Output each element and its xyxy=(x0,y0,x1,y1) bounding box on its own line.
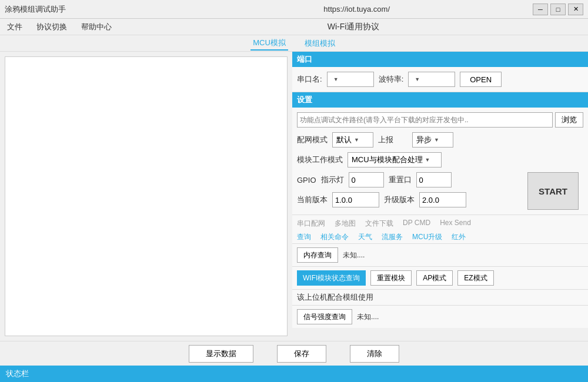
settings-section-header: 设置 xyxy=(292,92,588,108)
port-section-header: 端口 xyxy=(292,52,588,67)
baud-label: 波特率: xyxy=(379,74,404,85)
open-button[interactable]: OPEN xyxy=(460,72,502,87)
url-label: https://iot.tuya.com/ xyxy=(181,5,533,14)
tab-mcu[interactable]: MCU模拟 xyxy=(250,36,288,51)
report-select[interactable]: 异步 ▼ xyxy=(412,132,453,148)
ap-mode-button[interactable]: AP模式 xyxy=(416,270,453,286)
network-dropdown-icon: ▼ xyxy=(354,137,359,143)
bottom-bar: 显示数据 保存 清除 xyxy=(0,341,588,366)
left-panel xyxy=(0,52,292,341)
memory-query-button[interactable]: 内存查询 xyxy=(297,247,338,263)
wifi-row: WIFI模块状态查询 重置模块 AP模式 EZ模式 xyxy=(292,267,588,290)
reset-module-button[interactable]: 重置模块 xyxy=(370,270,412,286)
menu-title: Wi-Fi通用协议 xyxy=(123,22,583,32)
upgrade-ver-label: 升级版本 xyxy=(384,195,415,205)
settings-section: 浏览 配网模式 默认 ▼ 上报 异步 ▼ 模块工作模式 MCU与模块配合处 xyxy=(292,108,588,215)
main-area: 端口 串口名: ▼ 波特率: ▼ OPEN 设置 浏览 xyxy=(0,52,588,341)
gpio-version-left: GPIO 指示灯 重置口 当前版本 升级版本 xyxy=(297,172,520,210)
file-path-input[interactable] xyxy=(297,112,553,128)
cmd-tab-serial[interactable]: 串口配网 xyxy=(297,217,325,230)
right-panel: 端口 串口名: ▼ 波特率: ▼ OPEN 设置 浏览 xyxy=(292,52,588,341)
port-section: 串口名: ▼ 波特率: ▼ OPEN xyxy=(292,67,588,92)
work-mode-label: 模块工作模式 xyxy=(297,155,343,165)
menu-file[interactable]: 文件 xyxy=(5,21,25,33)
gpio-label: GPIO xyxy=(297,176,316,185)
report-value: 异步 xyxy=(416,135,432,145)
menu-help[interactable]: 帮助中心 xyxy=(79,21,114,33)
cmd-tab2-stream[interactable]: 流服务 xyxy=(382,231,403,243)
gpio-start-wrapper: GPIO 指示灯 重置口 当前版本 升级版本 START xyxy=(297,172,583,210)
show-data-button[interactable]: 显示数据 xyxy=(189,345,253,363)
signal-row: 信号强度查询 未知.... xyxy=(292,306,588,328)
maximize-button[interactable]: □ xyxy=(550,4,566,15)
network-mode-value: 默认 xyxy=(336,135,352,145)
file-row: 浏览 xyxy=(297,112,583,128)
cmd-tab-download[interactable]: 文件下载 xyxy=(365,217,393,230)
report-label: 上报 xyxy=(378,135,407,145)
indicator-label: 指示灯 xyxy=(321,175,344,185)
minimize-button[interactable]: ─ xyxy=(533,4,548,15)
tab-module[interactable]: 模组模拟 xyxy=(302,37,338,50)
log-area xyxy=(5,56,288,336)
work-mode-dropdown-icon: ▼ xyxy=(425,157,430,163)
wifi-status-button[interactable]: WIFI模块状态查询 xyxy=(297,270,366,286)
cmd-tab2-weather[interactable]: 天气 xyxy=(358,231,372,243)
cmd-tab-map[interactable]: 多地图 xyxy=(335,217,356,230)
clear-button[interactable]: 清除 xyxy=(350,345,399,363)
cur-ver-label: 当前版本 xyxy=(297,195,328,205)
reset-port-input[interactable] xyxy=(416,172,452,187)
menu-bar: 文件 协议切换 帮助中心 Wi-Fi通用协议 xyxy=(0,19,588,35)
work-mode-row: 模块工作模式 MCU与模块配合处理 ▼ xyxy=(297,152,583,167)
cmd-tab2-related[interactable]: 相关命令 xyxy=(320,231,349,243)
status-bar: 状态栏 xyxy=(0,366,588,382)
version-row: 当前版本 升级版本 xyxy=(297,192,520,207)
cmd-tab2-query[interactable]: 查询 xyxy=(297,231,311,243)
signal-value: 未知.... xyxy=(357,312,379,322)
menu-protocol[interactable]: 协议切换 xyxy=(34,21,69,33)
cmd-tab-row1: 串口配网 多地图 文件下载 DP CMD Hex Send xyxy=(297,217,583,230)
cmd-tab-dpcmd[interactable]: DP CMD xyxy=(403,217,430,230)
indicator-input[interactable] xyxy=(349,172,384,187)
cmd-tab2-ir[interactable]: 红外 xyxy=(452,231,466,243)
cur-ver-input[interactable] xyxy=(332,192,379,207)
ez-mode-button[interactable]: EZ模式 xyxy=(457,270,493,286)
serial-select[interactable]: ▼ xyxy=(327,72,374,87)
window-controls: ─ □ ✕ xyxy=(533,4,583,15)
cmd-tab-row2: 查询 相关命令 天气 流服务 MCU升级 红外 xyxy=(297,231,583,243)
tabs-bar: MCU模拟 模组模拟 xyxy=(0,35,588,52)
memory-value: 未知.... xyxy=(343,250,365,260)
network-mode-select[interactable]: 默认 ▼ xyxy=(332,132,373,148)
signal-query-button[interactable]: 信号强度查询 xyxy=(297,309,352,324)
port-row: 串口名: ▼ 波特率: ▼ OPEN xyxy=(297,72,583,87)
memory-row: 内存查询 未知.... xyxy=(292,244,588,267)
close-button[interactable]: ✕ xyxy=(568,4,583,15)
app-title: 涂鸦模组调试助手 xyxy=(5,4,181,15)
network-label: 配网模式 xyxy=(297,135,328,145)
browse-button[interactable]: 浏览 xyxy=(555,112,583,128)
serial-dropdown-icon: ▼ xyxy=(333,76,339,82)
report-dropdown-icon: ▼ xyxy=(434,137,439,143)
title-bar: 涂鸦模组调试助手 https://iot.tuya.com/ ─ □ ✕ xyxy=(0,0,588,19)
serial-label: 串口名: xyxy=(297,74,322,85)
gpio-row: GPIO 指示灯 重置口 xyxy=(297,172,520,187)
baud-select[interactable]: ▼ xyxy=(408,72,455,87)
status-text: 状态栏 xyxy=(6,368,29,379)
work-mode-value: MCU与模块配合处理 xyxy=(352,155,423,165)
notice-row: 该上位机配合模组使用 xyxy=(292,290,588,306)
work-mode-select[interactable]: MCU与模块配合处理 ▼ xyxy=(348,152,442,167)
network-mode-row: 配网模式 默认 ▼ 上报 异步 ▼ xyxy=(297,132,583,148)
start-button[interactable]: START xyxy=(527,172,579,210)
upgrade-ver-input[interactable] xyxy=(419,192,466,207)
baud-dropdown-icon: ▼ xyxy=(415,76,420,82)
cmd-tabs: 串口配网 多地图 文件下载 DP CMD Hex Send 查询 相关命令 天气… xyxy=(292,215,588,244)
cmd-tab-hexsend[interactable]: Hex Send xyxy=(440,217,471,230)
cmd-tab2-mcu-upgrade[interactable]: MCU升级 xyxy=(412,231,442,243)
notice-text: 该上位机配合模组使用 xyxy=(297,293,373,301)
reset-port-label: 重置口 xyxy=(389,175,412,185)
save-button[interactable]: 保存 xyxy=(277,345,326,363)
